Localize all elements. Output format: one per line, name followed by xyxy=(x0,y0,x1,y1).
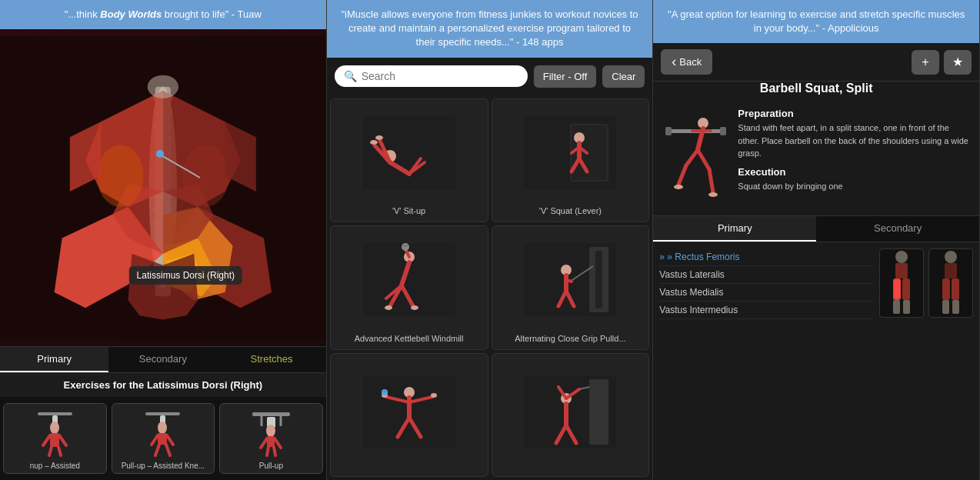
exercise-cell-1[interactable]: 'V' Sit-up xyxy=(330,98,488,222)
detail-tab-primary[interactable]: Primary xyxy=(653,216,816,242)
tab-stretches[interactable]: Stretches xyxy=(217,347,325,372)
detail-content: Barbell Squat, Split xyxy=(653,82,979,480)
cell-label-1: 'V' Sit-up xyxy=(389,206,428,215)
svg-line-25 xyxy=(49,447,52,455)
pullup-icon-2 xyxy=(142,411,184,457)
search-input[interactable] xyxy=(362,70,518,82)
muscle-fig-back xyxy=(928,248,973,318)
svg-line-31 xyxy=(152,435,158,445)
v-squat-svg xyxy=(524,116,616,189)
search-bar-row: 🔍 Filter - Off Clear xyxy=(327,58,653,95)
exercise-cell-6[interactable] xyxy=(492,353,650,477)
leg-front-svg xyxy=(882,251,921,316)
anatomy-svg xyxy=(0,29,326,346)
svg-line-80 xyxy=(566,280,572,282)
exercise5-svg xyxy=(363,375,455,448)
cell-img-5 xyxy=(331,354,488,470)
detail-top: Preparation Stand with feet apart, in a … xyxy=(653,100,979,215)
back-button[interactable]: Back xyxy=(661,49,712,75)
quote-text-2: "iMuscle allows everyone from fitness ju… xyxy=(341,8,638,48)
search-input-wrap[interactable]: 🔍 xyxy=(335,65,528,87)
svg-line-24 xyxy=(59,435,66,445)
filter-button[interactable]: Filter - Off xyxy=(534,65,597,88)
svg-point-29 xyxy=(158,422,167,434)
add-button[interactable]: + xyxy=(912,50,939,75)
thumb-label-1: nup – Assisted xyxy=(30,462,80,470)
star-button[interactable]: ★ xyxy=(944,50,972,75)
preparation-title: Preparation xyxy=(738,108,972,119)
svg-rect-106 xyxy=(720,127,726,135)
svg-rect-67 xyxy=(403,245,408,247)
execution-body: Squat down by bringing one xyxy=(738,180,972,193)
svg-point-72 xyxy=(385,305,392,310)
cell-label-4: Alternating Close Grip Pulld... xyxy=(512,334,628,343)
panel-anatomy: "...think Body Worlds brought to life" -… xyxy=(0,0,327,480)
thumb-img-2 xyxy=(140,408,186,458)
exercise-cell-3[interactable]: Advanced Kettlebell Windmill xyxy=(330,225,488,349)
svg-rect-129 xyxy=(952,278,959,300)
leg-back-svg xyxy=(932,251,970,316)
muscle-item-3[interactable]: Vastus Medialis xyxy=(659,284,873,302)
exercise-thumb-1[interactable]: nup – Assisted xyxy=(3,403,107,474)
cell-img-6 xyxy=(492,354,649,470)
svg-point-126 xyxy=(945,251,957,263)
exercise-cell-4[interactable]: Alternating Close Grip Pulld... xyxy=(492,225,650,349)
exercise-thumb-2[interactable]: Pull-up – Assisted Kne... xyxy=(112,403,215,474)
exercise6-svg xyxy=(524,375,616,448)
svg-rect-35 xyxy=(252,412,290,416)
svg-line-33 xyxy=(155,445,159,455)
svg-line-23 xyxy=(43,435,50,445)
svg-rect-19 xyxy=(38,412,72,415)
svg-point-18 xyxy=(148,75,178,98)
muscle-tabs: Primary Secondary Stretches xyxy=(0,346,326,372)
svg-rect-76 xyxy=(595,251,602,308)
tab-secondary[interactable]: Secondary xyxy=(108,347,217,372)
exercise-thumb-3[interactable]: Pull-up xyxy=(219,403,323,474)
svg-rect-119 xyxy=(895,263,908,278)
svg-point-118 xyxy=(895,251,908,263)
svg-point-21 xyxy=(50,422,59,434)
svg-line-42 xyxy=(275,438,281,448)
detail-tab-secondary[interactable]: Secondary xyxy=(816,216,979,242)
svg-rect-123 xyxy=(893,300,900,314)
body-image-area[interactable]: Latissimus Dorsi (Right) xyxy=(0,29,326,346)
muscle-list-area: » Rectus Femoris Vastus Lateralis Vastus… xyxy=(653,242,979,480)
muscle-item-4[interactable]: Vastus Intermedius xyxy=(659,302,873,319)
svg-point-115 xyxy=(674,185,683,189)
svg-point-73 xyxy=(411,305,418,310)
panel-detail: "A great option for learning to exercise… xyxy=(653,0,980,480)
muscle-item-2[interactable]: Vastus Lateralis xyxy=(659,266,873,284)
quote-banner-3: "A great option for learning to exercise… xyxy=(653,0,979,43)
svg-rect-121 xyxy=(902,278,910,300)
svg-rect-124 xyxy=(903,300,910,314)
svg-line-32 xyxy=(167,435,173,445)
close-grip-svg xyxy=(524,243,616,316)
svg-line-41 xyxy=(261,438,267,448)
kettlebell-svg xyxy=(363,243,455,316)
svg-rect-45 xyxy=(363,116,455,189)
svg-rect-130 xyxy=(942,300,949,314)
quote-text-1: "...think Body Worlds brought to life" -… xyxy=(65,8,262,20)
svg-point-89 xyxy=(431,393,437,398)
svg-point-52 xyxy=(370,140,378,145)
detail-tabs: Primary Secondary xyxy=(653,215,979,242)
muscle-item-1[interactable]: » Rectus Femoris xyxy=(659,248,873,266)
clear-button[interactable]: Clear xyxy=(602,65,645,88)
svg-point-16 xyxy=(97,145,144,208)
cell-label-3: Advanced Kettlebell Windmill xyxy=(352,334,467,343)
svg-line-34 xyxy=(166,445,170,455)
exercise-cell-5[interactable] xyxy=(330,353,488,477)
muscle-fig-front xyxy=(879,248,924,318)
detail-figure xyxy=(661,108,730,208)
exercise-title: Barbell Squat, Split xyxy=(653,82,979,95)
cell-img-2 xyxy=(492,99,649,206)
thumb-label-3: Pull-up xyxy=(259,462,283,470)
thumb-label-2: Pull-up – Assisted Kne... xyxy=(122,462,205,470)
svg-rect-27 xyxy=(145,412,180,415)
svg-line-44 xyxy=(274,447,275,455)
exercise-cell-2[interactable]: 'V' Squat (Lever) xyxy=(492,98,650,222)
svg-point-116 xyxy=(708,192,718,197)
tab-primary[interactable]: Primary xyxy=(0,347,108,372)
svg-point-17 xyxy=(182,145,229,208)
cell-img-3 xyxy=(331,226,488,333)
